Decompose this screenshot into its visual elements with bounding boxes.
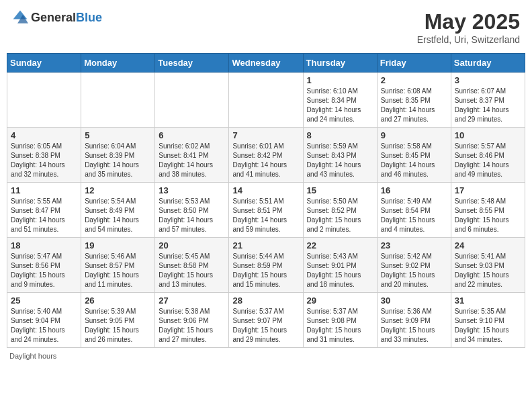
col-monday: Monday: [81, 54, 155, 73]
calendar-cell: 21Sunrise: 5:44 AM Sunset: 8:59 PM Dayli…: [229, 238, 303, 293]
day-number: 24: [455, 240, 521, 250]
calendar-cell: [7, 73, 81, 128]
day-number: 7: [232, 130, 299, 140]
logo-text: GeneralBlue: [31, 11, 102, 25]
calendar-cell: 30Sunrise: 5:36 AM Sunset: 9:09 PM Dayli…: [377, 293, 451, 348]
calendar-cell: 8Sunrise: 5:59 AM Sunset: 8:43 PM Daylig…: [303, 128, 377, 183]
calendar-cell: 7Sunrise: 6:01 AM Sunset: 8:42 PM Daylig…: [229, 128, 303, 183]
day-info: Sunrise: 5:43 AM Sunset: 9:01 PM Dayligh…: [307, 252, 373, 289]
calendar-cell: 31Sunrise: 5:35 AM Sunset: 9:10 PM Dayli…: [451, 293, 525, 348]
day-number: 3: [455, 75, 521, 85]
col-tuesday: Tuesday: [155, 54, 229, 73]
day-info: Sunrise: 5:58 AM Sunset: 8:45 PM Dayligh…: [381, 142, 447, 179]
day-info: Sunrise: 5:36 AM Sunset: 9:09 PM Dayligh…: [381, 307, 447, 345]
day-number: 21: [232, 240, 299, 250]
calendar-cell: 26Sunrise: 5:39 AM Sunset: 9:05 PM Dayli…: [81, 293, 155, 348]
calendar-week-5: 25Sunrise: 5:40 AM Sunset: 9:04 PM Dayli…: [7, 293, 525, 348]
calendar-cell: 6Sunrise: 6:02 AM Sunset: 8:41 PM Daylig…: [155, 128, 229, 183]
day-info: Sunrise: 5:40 AM Sunset: 9:04 PM Dayligh…: [11, 307, 77, 345]
day-info: Sunrise: 5:49 AM Sunset: 8:54 PM Dayligh…: [381, 197, 447, 234]
day-info: Sunrise: 5:38 AM Sunset: 9:06 PM Dayligh…: [159, 307, 225, 345]
calendar-cell: 10Sunrise: 5:57 AM Sunset: 8:46 PM Dayli…: [451, 128, 525, 183]
day-info: Sunrise: 5:46 AM Sunset: 8:57 PM Dayligh…: [85, 252, 151, 289]
day-info: Sunrise: 5:57 AM Sunset: 8:46 PM Dayligh…: [455, 142, 521, 179]
calendar-table: Sunday Monday Tuesday Wednesday Thursday…: [7, 53, 525, 348]
day-number: 19: [85, 240, 151, 250]
calendar-cell: 18Sunrise: 5:47 AM Sunset: 8:56 PM Dayli…: [7, 238, 81, 293]
day-info: Sunrise: 6:01 AM Sunset: 8:42 PM Dayligh…: [232, 142, 299, 179]
calendar-cell: 24Sunrise: 5:41 AM Sunset: 9:03 PM Dayli…: [451, 238, 525, 293]
day-number: 14: [232, 185, 299, 195]
day-info: Sunrise: 5:54 AM Sunset: 8:49 PM Dayligh…: [85, 197, 151, 234]
calendar-cell: 28Sunrise: 5:37 AM Sunset: 9:07 PM Dayli…: [229, 293, 303, 348]
logo-icon: [12, 9, 28, 26]
calendar-cell: 17Sunrise: 5:48 AM Sunset: 8:55 PM Dayli…: [451, 183, 525, 238]
footer: Daylight hours: [7, 352, 525, 360]
calendar-cell: 29Sunrise: 5:37 AM Sunset: 9:08 PM Dayli…: [303, 293, 377, 348]
calendar-cell: 4Sunrise: 6:05 AM Sunset: 8:38 PM Daylig…: [7, 128, 81, 183]
calendar-header-row: Sunday Monday Tuesday Wednesday Thursday…: [7, 54, 525, 73]
col-thursday: Thursday: [303, 54, 377, 73]
calendar-week-3: 11Sunrise: 5:55 AM Sunset: 8:47 PM Dayli…: [7, 183, 525, 238]
calendar-week-4: 18Sunrise: 5:47 AM Sunset: 8:56 PM Dayli…: [7, 238, 525, 293]
day-number: 13: [159, 185, 225, 195]
col-saturday: Saturday: [451, 54, 525, 73]
calendar-cell: 22Sunrise: 5:43 AM Sunset: 9:01 PM Dayli…: [303, 238, 377, 293]
calendar-cell: [81, 73, 155, 128]
calendar-cell: 16Sunrise: 5:49 AM Sunset: 8:54 PM Dayli…: [377, 183, 451, 238]
day-number: 31: [455, 295, 521, 306]
day-number: 1: [307, 75, 373, 85]
calendar-cell: 27Sunrise: 5:38 AM Sunset: 9:06 PM Dayli…: [155, 293, 229, 348]
day-number: 16: [381, 185, 447, 195]
calendar-cell: 2Sunrise: 6:08 AM Sunset: 8:35 PM Daylig…: [377, 73, 451, 128]
day-info: Sunrise: 5:55 AM Sunset: 8:47 PM Dayligh…: [11, 197, 77, 234]
day-number: 18: [11, 240, 77, 250]
subtitle: Erstfeld, Uri, Switzerland: [417, 34, 520, 45]
calendar-week-1: 1Sunrise: 6:10 AM Sunset: 8:34 PM Daylig…: [7, 73, 525, 128]
calendar-cell: [229, 73, 303, 128]
day-number: 27: [159, 295, 225, 306]
day-info: Sunrise: 5:39 AM Sunset: 9:05 PM Dayligh…: [85, 307, 151, 345]
day-number: 15: [307, 185, 373, 195]
day-info: Sunrise: 5:50 AM Sunset: 8:52 PM Dayligh…: [307, 197, 373, 234]
day-number: 20: [159, 240, 225, 250]
col-friday: Friday: [377, 54, 451, 73]
day-info: Sunrise: 5:48 AM Sunset: 8:55 PM Dayligh…: [455, 197, 521, 234]
calendar-cell: 1Sunrise: 6:10 AM Sunset: 8:34 PM Daylig…: [303, 73, 377, 128]
day-number: 28: [232, 295, 299, 306]
title-block: May 2025 Erstfeld, Uri, Switzerland: [417, 9, 520, 45]
day-number: 25: [11, 295, 77, 306]
calendar-cell: 11Sunrise: 5:55 AM Sunset: 8:47 PM Dayli…: [7, 183, 81, 238]
day-number: 29: [307, 295, 373, 306]
day-number: 23: [381, 240, 447, 250]
day-number: 5: [85, 130, 151, 140]
main-title: May 2025: [417, 9, 520, 34]
day-info: Sunrise: 5:37 AM Sunset: 9:08 PM Dayligh…: [307, 307, 373, 345]
day-number: 11: [11, 185, 77, 195]
col-wednesday: Wednesday: [229, 54, 303, 73]
calendar-week-2: 4Sunrise: 6:05 AM Sunset: 8:38 PM Daylig…: [7, 128, 525, 183]
day-number: 12: [85, 185, 151, 195]
calendar-cell: 5Sunrise: 6:04 AM Sunset: 8:39 PM Daylig…: [81, 128, 155, 183]
calendar-cell: 15Sunrise: 5:50 AM Sunset: 8:52 PM Dayli…: [303, 183, 377, 238]
calendar-cell: 20Sunrise: 5:45 AM Sunset: 8:58 PM Dayli…: [155, 238, 229, 293]
logo: GeneralBlue: [12, 9, 102, 26]
calendar-cell: 12Sunrise: 5:54 AM Sunset: 8:49 PM Dayli…: [81, 183, 155, 238]
day-info: Sunrise: 5:53 AM Sunset: 8:50 PM Dayligh…: [159, 197, 225, 234]
svg-marker-0: [13, 11, 28, 19]
day-info: Sunrise: 6:04 AM Sunset: 8:39 PM Dayligh…: [85, 142, 151, 179]
daylight-label: Daylight hours: [9, 352, 56, 360]
day-info: Sunrise: 6:05 AM Sunset: 8:38 PM Dayligh…: [11, 142, 77, 179]
day-info: Sunrise: 5:42 AM Sunset: 9:02 PM Dayligh…: [381, 252, 447, 289]
day-number: 6: [159, 130, 225, 140]
day-number: 17: [455, 185, 521, 195]
day-info: Sunrise: 5:59 AM Sunset: 8:43 PM Dayligh…: [307, 142, 373, 179]
calendar-cell: 9Sunrise: 5:58 AM Sunset: 8:45 PM Daylig…: [377, 128, 451, 183]
day-info: Sunrise: 5:44 AM Sunset: 8:59 PM Dayligh…: [232, 252, 299, 289]
day-info: Sunrise: 5:35 AM Sunset: 9:10 PM Dayligh…: [455, 307, 521, 345]
day-info: Sunrise: 5:47 AM Sunset: 8:56 PM Dayligh…: [11, 252, 77, 289]
day-info: Sunrise: 5:51 AM Sunset: 8:51 PM Dayligh…: [232, 197, 299, 234]
calendar-cell: 3Sunrise: 6:07 AM Sunset: 8:37 PM Daylig…: [451, 73, 525, 128]
day-info: Sunrise: 5:37 AM Sunset: 9:07 PM Dayligh…: [232, 307, 299, 345]
day-info: Sunrise: 6:08 AM Sunset: 8:35 PM Dayligh…: [381, 87, 447, 124]
